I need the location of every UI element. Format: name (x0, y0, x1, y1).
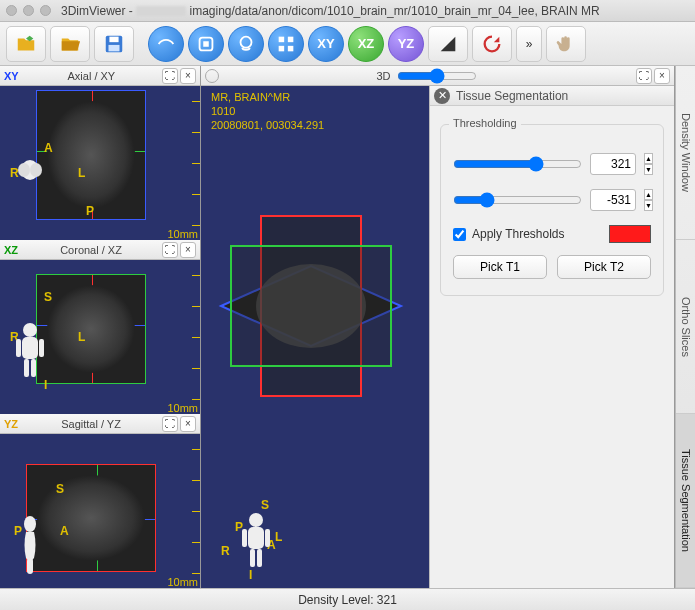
threed-close-button[interactable]: × (654, 68, 670, 84)
panel-close-button[interactable]: ✕ (434, 88, 450, 104)
sagittal-title: Sagittal / YZ (61, 418, 121, 430)
threed-title: 3D (376, 70, 390, 82)
slice-column: XY Axial / XY ⛶ × A P R L 10mm XZ Corona… (0, 66, 200, 588)
apply-thresholds-checkbox[interactable] (453, 228, 466, 241)
contrast-icon (437, 33, 459, 55)
threshold-low-slider[interactable] (453, 192, 582, 208)
mosaic-button[interactable] (268, 26, 304, 62)
contrast-button[interactable] (428, 26, 468, 62)
svg-point-5 (241, 36, 252, 47)
pick-t1-button[interactable]: Pick T1 (453, 255, 547, 279)
axial-snapshot-button[interactable]: ⛶ (162, 68, 178, 84)
orientation-mannequin-icon (10, 320, 50, 380)
svg-rect-20 (27, 558, 33, 574)
toolbar: XY XZ YZ » (0, 22, 695, 66)
orient-inferior: I (44, 378, 47, 392)
svg-rect-15 (16, 339, 21, 357)
group-title: Thresholding (449, 117, 521, 129)
pick-t2-button[interactable]: Pick T2 (557, 255, 651, 279)
save-button[interactable] (94, 26, 134, 62)
orient-left: L (78, 166, 85, 180)
density-level-status: Density Level: 321 (298, 593, 397, 607)
open-folder-icon (15, 33, 37, 55)
tab-density-window[interactable]: Density Window (676, 66, 695, 240)
roi-button[interactable] (188, 26, 224, 62)
threshold-high-step-up[interactable]: ▲ (644, 153, 653, 164)
svg-rect-6 (279, 36, 285, 42)
axial-scale-label: 10mm (167, 228, 198, 240)
orient-left: L (78, 330, 85, 344)
sagittal-viewport[interactable]: S P A 10mm (0, 434, 200, 588)
sagittal-tag: YZ (4, 418, 18, 430)
orient-anterior: A (60, 524, 69, 538)
hand-tool-button[interactable] (546, 26, 586, 62)
threshold-low-input[interactable] (590, 189, 636, 211)
svg-rect-26 (248, 527, 264, 549)
open-button[interactable] (6, 26, 46, 62)
tab-ortho-slices[interactable]: Ortho Slices (676, 240, 695, 414)
threshold-high-input[interactable] (590, 153, 636, 175)
zoom-window-icon[interactable] (40, 5, 51, 16)
sagittal-scale-label: 10mm (167, 576, 198, 588)
head-button[interactable] (228, 26, 264, 62)
yz-plane-button[interactable]: YZ (388, 26, 424, 62)
orient-superior: S (44, 290, 52, 304)
window-title: 3DimViewer - imaging/data/anon/dicom/101… (61, 4, 689, 18)
axial-close-button[interactable]: × (180, 68, 196, 84)
threshold-high-slider[interactable] (453, 156, 582, 172)
coronal-close-button[interactable]: × (180, 242, 196, 258)
side-tab-strip: Density Window Ortho Slices Tissue Segme… (675, 66, 695, 588)
minimize-window-icon[interactable] (23, 5, 34, 16)
svg-rect-30 (257, 549, 262, 567)
volume-button[interactable] (148, 26, 184, 62)
window-controls[interactable] (6, 5, 51, 16)
center-column: 3D ⛶ × MR, BRAIN^MR 1010 20080801, 00303… (200, 66, 675, 588)
threed-reset-icon[interactable] (205, 69, 219, 83)
sagittal-snapshot-button[interactable]: ⛶ (162, 416, 178, 432)
svg-rect-28 (265, 529, 270, 547)
axial-viewport[interactable]: A P R L 10mm (0, 86, 200, 240)
threshold-high-step-down[interactable]: ▼ (644, 164, 653, 175)
threed-viewport[interactable]: MR, BRAIN^MR 1010 20080801, 003034.291 S… (201, 86, 674, 588)
panel-title: Tissue Segmentation (456, 89, 568, 103)
threed-info-overlay: MR, BRAIN^MR 1010 20080801, 003034.291 (211, 90, 324, 132)
tab-tissue-segmentation[interactable]: Tissue Segmentation (676, 414, 695, 588)
threed-snapshot-button[interactable]: ⛶ (636, 68, 652, 84)
reload-icon (481, 33, 503, 55)
svg-rect-9 (288, 45, 294, 51)
threshold-low-step-down[interactable]: ▼ (644, 200, 653, 211)
coronal-scale (186, 260, 200, 414)
threed-orientation-widget: S P L R A I (221, 502, 291, 582)
close-window-icon[interactable] (6, 5, 17, 16)
threed-opacity-slider[interactable] (397, 68, 477, 84)
coronal-snapshot-button[interactable]: ⛶ (162, 242, 178, 258)
reload-button[interactable] (472, 26, 512, 62)
sagittal-scale (186, 434, 200, 588)
xy-plane-button[interactable]: XY (308, 26, 344, 62)
sagittal-close-button[interactable]: × (180, 416, 196, 432)
sagittal-pane-header: YZ Sagittal / YZ ⛶ × (0, 414, 200, 434)
coronal-title: Coronal / XZ (60, 244, 122, 256)
status-bar: Density Level: 321 (0, 588, 695, 610)
thresholding-group: Thresholding ▲▼ ▲▼ (440, 124, 664, 296)
svg-point-25 (249, 513, 263, 527)
svg-point-11 (18, 163, 30, 177)
svg-rect-27 (242, 529, 247, 547)
axial-title: Axial / XY (68, 70, 116, 82)
toolbar-overflow-button[interactable]: » (516, 26, 542, 62)
orientation-mannequin-icon (10, 156, 50, 216)
chevron-right-icon: » (526, 37, 533, 51)
apply-thresholds-label: Apply Thresholds (472, 227, 565, 241)
segmentation-color-swatch[interactable] (609, 225, 651, 243)
svg-point-13 (23, 323, 37, 337)
svg-rect-8 (279, 45, 285, 51)
coronal-viewport[interactable]: S I R L 10mm (0, 260, 200, 414)
svg-rect-2 (109, 44, 120, 50)
xz-plane-button[interactable]: XZ (348, 26, 384, 62)
head-icon (235, 33, 257, 55)
svg-rect-16 (39, 339, 44, 357)
svg-rect-1 (109, 36, 118, 42)
threshold-low-step-up[interactable]: ▲ (644, 189, 653, 200)
svg-point-12 (30, 163, 42, 177)
browse-button[interactable] (50, 26, 90, 62)
